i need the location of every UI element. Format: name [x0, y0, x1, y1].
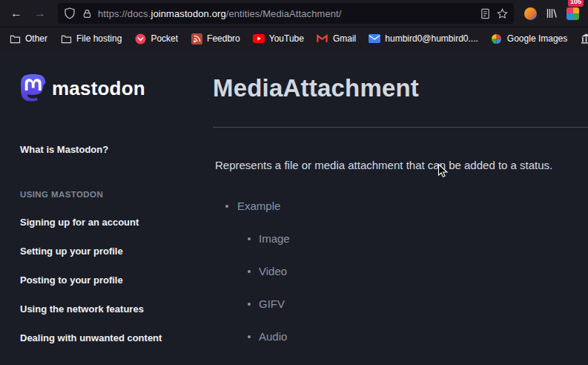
mastodon-elephant-icon — [20, 74, 47, 102]
bookmark-folder-file-hosting[interactable]: File hosting — [60, 33, 122, 45]
extensions-area: 105 — [521, 7, 582, 20]
bookmark-folder-other[interactable]: Other — [9, 33, 47, 45]
forward-button[interactable]: → — [30, 3, 50, 24]
extension-badge: 105 — [568, 0, 584, 7]
youtube-icon — [253, 33, 265, 45]
google-icon — [491, 33, 503, 45]
url-text: https://docs.joinmastodon.org/entities/M… — [98, 8, 474, 19]
docs-sidebar: mastodon What is Mastodon? USING MASTODO… — [0, 50, 202, 343]
sidebar-item-network-features[interactable]: Using the network features — [20, 303, 194, 315]
badged-extension[interactable]: 105 — [566, 7, 579, 20]
pocket-icon — [134, 33, 146, 45]
toc-link-video[interactable]: Video — [213, 265, 588, 277]
page-content: mastodon What is Mastodon? USING MASTODO… — [0, 50, 588, 365]
toc-link-example[interactable]: Example — [213, 200, 588, 212]
logo-wordmark: mastodon — [52, 77, 145, 100]
bookmark-email[interactable]: humbird0@humbird0.... — [369, 33, 478, 45]
bookmark-pocket[interactable]: Pocket — [134, 33, 178, 45]
gmail-icon — [317, 33, 328, 45]
bookmark-youtube[interactable]: YouTube — [253, 33, 304, 45]
folder-icon — [60, 33, 72, 45]
sidebar-section-using-mastodon: USING MASTODON — [20, 190, 194, 199]
bookshelf-extension-icon[interactable] — [546, 7, 558, 19]
title-divider — [213, 127, 588, 128]
folder-icon — [9, 33, 21, 45]
lock-icon[interactable] — [81, 7, 93, 19]
extension-icon[interactable] — [524, 7, 537, 20]
tracking-protection-shield-icon[interactable] — [64, 7, 76, 19]
mastodon-logo[interactable]: mastodon — [20, 74, 194, 102]
back-button[interactable]: ← — [6, 3, 27, 24]
bookmark-archive[interactable]: Archive we — [580, 33, 588, 45]
url-bar[interactable]: https://docs.joinmastodon.org/entities/M… — [58, 3, 514, 24]
sidebar-item-posting[interactable]: Posting to your profile — [20, 274, 194, 286]
browser-toolbar: ← → https://docs.joinmastodon.org/entiti… — [0, 0, 588, 27]
intro-paragraph: Represents a file or media attachment th… — [215, 159, 588, 171]
grid-extension-icon[interactable] — [566, 7, 579, 20]
bookmark-google-images[interactable]: Google Images — [491, 33, 567, 45]
bookmark-feedbro[interactable]: Feedbro — [191, 33, 240, 45]
bookmark-star-icon[interactable] — [496, 7, 508, 19]
sidebar-item-signing-up[interactable]: Signing up for an account — [20, 217, 194, 228]
docs-main: MediaAttachment Represents a file or med… — [213, 50, 588, 363]
table-of-contents: Example Image Video GIFV Audio — [213, 200, 588, 343]
page-title: MediaAttachment — [213, 74, 588, 102]
bookmarks-bar: Other File hosting Pocket Feedbro YouTub… — [0, 27, 588, 50]
archive-icon — [580, 33, 588, 45]
toc-link-audio[interactable]: Audio — [213, 330, 588, 343]
sidebar-item-what-is-mastodon[interactable]: What is Mastodon? — [20, 144, 194, 155]
feedbro-icon — [191, 33, 202, 45]
sidebar-item-unwanted-content[interactable]: Dealing with unwanted content — [20, 332, 194, 343]
bookmark-gmail[interactable]: Gmail — [317, 33, 356, 45]
toc-link-gifv[interactable]: GIFV — [213, 297, 588, 310]
reader-view-icon[interactable] — [479, 7, 491, 19]
envelope-icon — [369, 33, 380, 45]
sidebar-item-setting-up-profile[interactable]: Setting up your profile — [20, 246, 194, 257]
toc-link-image[interactable]: Image — [213, 232, 588, 245]
